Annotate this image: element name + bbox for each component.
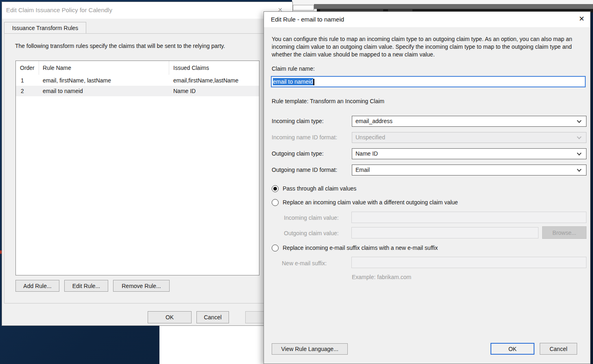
incoming-name-id-format-select: Unspecified (352, 132, 586, 143)
selected-text: email to nameid (273, 78, 313, 85)
radio-replace-email-suffix[interactable] (272, 245, 279, 251)
browse-button: Browse... (542, 226, 586, 239)
example-text: Example: fabrikam.com (352, 274, 411, 280)
edit-rule-ok-button[interactable]: OK (491, 343, 534, 355)
desktop: Edit Claim Issuance Policy for Calendly … (0, 0, 593, 364)
outgoing-name-id-format-label: Outgoing name ID format: (272, 165, 337, 176)
add-rule-button[interactable]: Add Rule... (15, 280, 59, 292)
cell-rule-name: email, firstName, lastName (39, 75, 169, 86)
radio-pass-through-all[interactable] (272, 185, 279, 192)
edit-rule-button[interactable]: Edit Rule... (64, 280, 108, 292)
cell-rule-name: email to nameid (39, 86, 169, 96)
cell-order: 1 (16, 75, 39, 86)
column-header-issued-claims[interactable]: Issued Claims (169, 61, 259, 75)
incoming-claim-value-input (351, 212, 586, 223)
policy-dialog-title: Edit Claim Issuance Policy for Calendly (6, 6, 112, 13)
incoming-claim-value-label: Incoming claim value: (284, 214, 339, 221)
new-email-suffix-input (351, 257, 586, 268)
background-titlebar (314, 4, 593, 9)
table-row-rule-1[interactable]: 1 email, firstName, lastName email,first… (16, 75, 259, 86)
rule-template-text: Rule template: Transform an Incoming Cla… (272, 98, 384, 104)
table-header: Order Rule Name Issued Claims (16, 61, 259, 75)
remove-rule-button[interactable]: Remove Rule... (113, 280, 170, 292)
rules-instruction-text: The following transform rules specify th… (15, 43, 225, 49)
background-window-area (159, 326, 264, 364)
radio-replace-claim-value[interactable] (272, 199, 279, 206)
policy-ok-button[interactable]: OK (148, 311, 192, 323)
edit-rule-cancel-button[interactable]: Cancel (540, 343, 577, 355)
transform-rules-table: Order Rule Name Issued Claims 1 email, f… (15, 61, 259, 275)
outgoing-name-id-format-select[interactable]: Email (352, 165, 586, 176)
incoming-claim-type-select[interactable]: email_address (352, 116, 586, 127)
incoming-claim-type-label: Incoming claim type: (272, 116, 324, 127)
incoming-name-id-format-label: Incoming name ID format: (272, 132, 337, 143)
chevron-down-icon (577, 118, 581, 123)
chevron-down-icon (577, 167, 581, 171)
text-caret (313, 79, 314, 85)
chevron-down-icon (577, 134, 581, 139)
edit-rule-title: Edit Rule - email to nameid (271, 16, 344, 23)
new-email-suffix-label: New e-mail suffix: (282, 260, 327, 266)
outgoing-claim-type-select[interactable]: Name ID (352, 148, 586, 159)
background-control (293, 5, 314, 11)
selected-value: Name ID (355, 150, 378, 157)
selected-value: Email (355, 167, 370, 173)
radio-pass-through-all-label: Pass through all claim values (283, 185, 356, 192)
claim-rule-name-label: Claim rule name: (272, 65, 315, 72)
edit-claim-issuance-policy-dialog: Edit Claim Issuance Policy for Calendly … (2, 2, 293, 326)
claim-rule-name-input[interactable]: email to nameid (271, 76, 586, 87)
outgoing-claim-type-label: Outgoing claim type: (272, 148, 324, 159)
cell-issued-claims: Name ID (169, 86, 259, 96)
cell-order: 2 (16, 86, 39, 96)
tab-label: Issuance Transform Rules (12, 25, 78, 31)
edit-rule-dialog: Edit Rule - email to nameid ✕ You can co… (264, 11, 591, 364)
table-row-rule-2[interactable]: 2 email to nameid Name ID (16, 86, 259, 96)
outgoing-claim-value-label: Outgoing claim value: (284, 230, 339, 236)
column-header-rule-name[interactable]: Rule Name (39, 61, 169, 75)
tab-issuance-transform-rules[interactable]: Issuance Transform Rules (4, 22, 86, 34)
outgoing-claim-value-input (351, 227, 538, 238)
policy-cancel-button[interactable]: Cancel (196, 311, 229, 323)
radio-replace-claim-value-label: Replace an incoming claim value with a d… (283, 199, 458, 206)
radio-selected-dot (273, 187, 277, 191)
cell-issued-claims: email,firstName,lastName (169, 75, 259, 86)
selected-value: Unspecified (355, 134, 385, 141)
column-header-order[interactable]: Order (16, 61, 39, 75)
close-icon[interactable]: ✕ (579, 15, 584, 22)
view-rule-language-button[interactable]: View Rule Language... (272, 343, 348, 355)
radio-replace-email-suffix-label: Replace incoming e-mail suffix claims wi… (283, 245, 438, 251)
selected-value: email_address (355, 118, 392, 124)
chevron-down-icon (577, 151, 581, 155)
rule-description-text: You can configure this rule to map an in… (272, 35, 579, 58)
